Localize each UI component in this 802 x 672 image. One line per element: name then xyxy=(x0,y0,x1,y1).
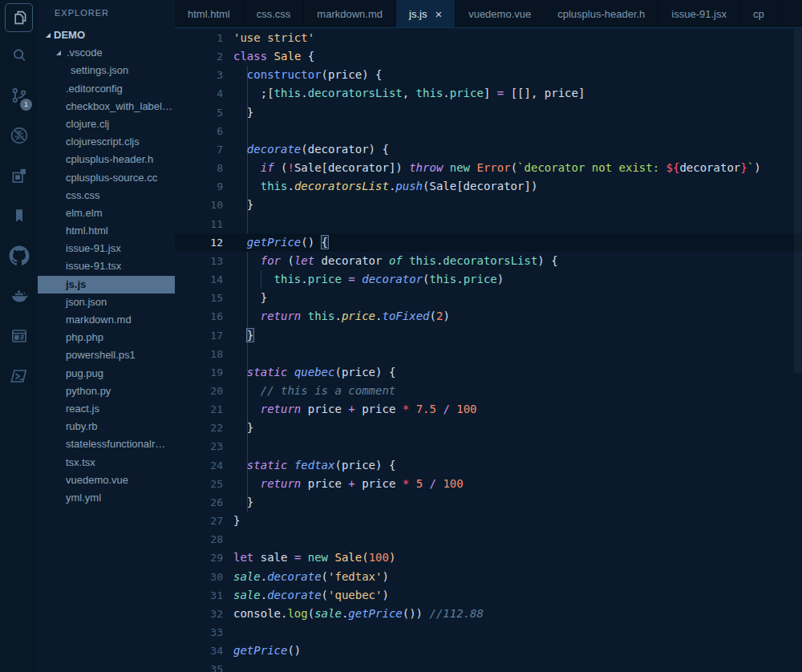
code-token: ) xyxy=(382,570,388,583)
tree-item-react.js[interactable]: react.js xyxy=(38,400,175,418)
code-line-35[interactable]: 35 xyxy=(175,660,802,672)
code-line-23[interactable]: 23 xyxy=(175,437,802,455)
code-line-12[interactable]: 12 getPrice() { xyxy=(175,233,802,252)
code-line-3[interactable]: 3 constructor(price) { xyxy=(175,66,802,84)
code-line-20[interactable]: 20 // this is a comment xyxy=(175,382,802,400)
tab-css.css[interactable]: css.css xyxy=(244,0,305,27)
tree-item-statelessfunctionalr-[interactable]: statelessfunctionalr… xyxy=(38,435,175,453)
tree-item-markdown.md[interactable]: markdown.md xyxy=(38,311,175,329)
activity-bar-item-bookmark[interactable] xyxy=(0,196,38,236)
tree-item-vuedemo.vue[interactable]: vuedemo.vue xyxy=(38,472,175,489)
code-line-15[interactable]: 15 } xyxy=(175,289,802,307)
activity-bar-item-docker[interactable] xyxy=(0,276,38,316)
code-token: ( xyxy=(511,161,517,174)
tree-item-cplusplus-source.cc[interactable]: cplusplus-source.cc xyxy=(38,169,175,187)
code-line-31[interactable]: 31sale.decorate('quebec') xyxy=(175,586,802,605)
tree-item-issue-91.tsx[interactable]: issue-91.tsx xyxy=(38,257,175,275)
code-line-17[interactable]: 17 } xyxy=(175,326,802,345)
code-line-26[interactable]: 26 } xyxy=(175,493,802,512)
tree-item-cplusplus-header.h[interactable]: cplusplus-header.h xyxy=(38,151,175,168)
tab-cp[interactable]: cp xyxy=(740,0,778,27)
line-number: 10 xyxy=(175,196,233,214)
tree-item-label: tsx.tsx xyxy=(66,454,95,472)
code-line-9[interactable]: 9 this.decoratorsList.push(Sale[decorato… xyxy=(175,177,802,196)
code-token: ( xyxy=(322,589,328,601)
editor-scrollbar[interactable] xyxy=(794,28,802,373)
code-line-16[interactable]: 16 return this.price.toFixed(2) xyxy=(175,307,802,326)
tree-item-pug.pug[interactable]: pug.pug xyxy=(38,365,175,383)
code-line-29[interactable]: 29let sale = new Sale(100) xyxy=(175,549,802,567)
tab-close-icon[interactable]: × xyxy=(435,8,442,20)
browser-preview-icon xyxy=(9,326,30,346)
tree-item-python.py[interactable]: python.py xyxy=(38,383,175,400)
line-number: 25 xyxy=(175,475,233,493)
code-token: let xyxy=(233,551,253,564)
activity-bar-item-files[interactable] xyxy=(0,0,38,35)
tab-html.html[interactable]: html.html xyxy=(175,0,244,27)
code-line-18[interactable]: 18 xyxy=(175,345,802,363)
code-line-28[interactable]: 28 xyxy=(175,530,802,549)
tab-cplusplus-header.h[interactable]: cplusplus-header.h xyxy=(545,0,658,27)
tab-markdown.md[interactable]: markdown.md xyxy=(304,0,396,27)
line-number: 19 xyxy=(175,363,233,382)
code-line-22[interactable]: 22 } xyxy=(175,419,802,437)
tree-item-demo[interactable]: DEMO xyxy=(38,26,175,44)
code-line-8[interactable]: 8 if (!Sale[decorator]) throw new Error(… xyxy=(175,159,802,177)
tab-label: js.js xyxy=(409,8,427,20)
tree-item-.editorconfig[interactable]: .editorconfig xyxy=(38,80,175,98)
code-token: . xyxy=(301,87,307,99)
code-line-2[interactable]: 2class Sale { xyxy=(175,47,802,66)
line-number: 8 xyxy=(175,159,233,177)
activity-bar-item-debug-disabled[interactable] xyxy=(0,115,38,156)
code-line-32[interactable]: 32console.log(sale.getPrice()) //112.88 xyxy=(175,605,802,623)
code-line-10[interactable]: 10 } xyxy=(175,196,802,214)
tab-js.js[interactable]: js.js× xyxy=(396,0,456,27)
activity-bar-item-browser-preview[interactable] xyxy=(0,316,38,356)
code-token: price xyxy=(355,477,403,490)
tree-item-json.json[interactable]: json.json xyxy=(38,293,175,311)
tree-item-yml.yml[interactable]: yml.yml xyxy=(38,489,175,507)
tree-item-html.html[interactable]: html.html xyxy=(38,222,175,240)
tree-item-settings.json[interactable]: settings.json xyxy=(38,62,175,79)
code-line-30[interactable]: 30sale.decorate('fedtax') xyxy=(175,568,802,586)
tree-item-js.js[interactable]: js.js xyxy=(38,276,175,293)
tree-item-clojure.clj[interactable]: clojure.clj xyxy=(38,115,175,133)
code-line-6[interactable]: 6 xyxy=(175,122,802,140)
tree-item-powershell.ps1[interactable]: powershell.ps1 xyxy=(38,346,175,364)
code-line-5[interactable]: 5 } xyxy=(175,103,802,122)
code-line-24[interactable]: 24 static fedtax(price) { xyxy=(175,456,802,475)
code-line-1[interactable]: 1'use strict' xyxy=(175,29,802,47)
tab-vuedemo.vue[interactable]: vuedemo.vue xyxy=(456,0,545,27)
activity-bar-item-search[interactable] xyxy=(0,35,38,75)
line-number: 14 xyxy=(175,270,233,289)
line-number: 27 xyxy=(175,512,233,530)
code-token: decoratorsList xyxy=(308,87,403,99)
activity-bar-item-powershell[interactable] xyxy=(0,356,38,396)
tree-item-ruby.rb[interactable]: ruby.rb xyxy=(38,418,175,435)
activity-bar-item-github[interactable] xyxy=(0,236,38,276)
tree-item-issue-91.jsx[interactable]: issue-91.jsx xyxy=(38,240,175,257)
code-line-25[interactable]: 25 return price + price * 5 / 100 xyxy=(175,475,802,493)
code-line-7[interactable]: 7 decorate(decorator) { xyxy=(175,140,802,159)
tree-item-css.css[interactable]: css.css xyxy=(38,187,175,204)
code-line-19[interactable]: 19 static quebec(price) { xyxy=(175,363,802,382)
code-line-33[interactable]: 33 xyxy=(175,623,802,642)
code-line-4[interactable]: 4 ;[this.decoratorsList, this.price] = [… xyxy=(175,84,802,103)
activity-bar-item-extensions[interactable] xyxy=(0,156,38,196)
code-line-14[interactable]: 14 this.price = decorator(this.price) xyxy=(175,270,802,289)
code-line-13[interactable]: 13 for (let decorator of this.decorators… xyxy=(175,252,802,270)
tree-item-clojurescript.cljs[interactable]: clojurescript.cljs xyxy=(38,133,175,151)
activity-bar-item-source-control[interactable]: 1 xyxy=(0,75,38,115)
code-line-34[interactable]: 34getPrice() xyxy=(175,642,802,660)
code-line-21[interactable]: 21 return price + price * 7.5 / 100 xyxy=(175,400,802,419)
tree-item-tsx.tsx[interactable]: tsx.tsx xyxy=(38,454,175,472)
tab-issue-91.jsx[interactable]: issue-91.jsx xyxy=(658,0,740,27)
tree-item-.vscode[interactable]: .vscode xyxy=(38,44,175,62)
code-line-11[interactable]: 11 xyxy=(175,215,802,233)
tree-item-php.php[interactable]: php.php xyxy=(38,329,175,346)
tree-item-checkbox-with-label-[interactable]: checkbox_with_label… xyxy=(38,98,175,115)
code-token: } xyxy=(233,198,253,211)
code-line-27[interactable]: 27} xyxy=(175,512,802,530)
tree-item-elm.elm[interactable]: elm.elm xyxy=(38,204,175,222)
line-number: 28 xyxy=(175,530,233,549)
